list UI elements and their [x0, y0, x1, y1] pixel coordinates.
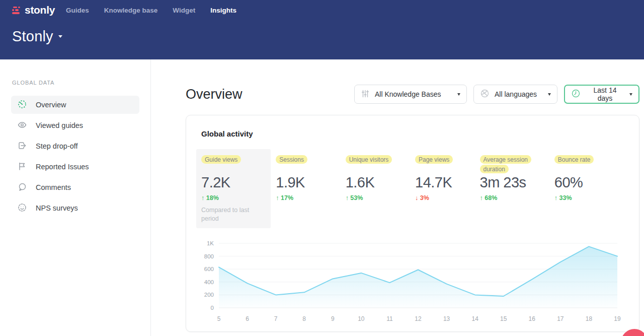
stonly-logo-icon — [12, 6, 21, 15]
svg-text:800: 800 — [204, 253, 214, 259]
top-header: stonly Guides Knowledge base Widget Insi… — [0, 0, 644, 59]
main-nav: stonly Guides Knowledge base Widget Insi… — [0, 0, 644, 20]
chevron-down-icon — [629, 93, 632, 96]
metric-delta: ↑ 18% — [201, 194, 266, 201]
metric-avg-session-duration[interactable]: Average session duration 3m 23s ↑ 68% — [475, 149, 549, 228]
languages-dropdown[interactable]: All languages — [473, 85, 557, 104]
page-header: Overview All Knowledge Bases — [186, 85, 639, 104]
svg-text:9: 9 — [331, 315, 335, 322]
metric-delta: ↑ 33% — [554, 194, 619, 201]
sidebar-item-comments[interactable]: Comments — [11, 178, 139, 196]
svg-text:1K: 1K — [207, 240, 214, 246]
area-chart: 1K80060040020005678910111213141516171819 — [199, 236, 622, 326]
sidebar-item-label: Step drop-off — [36, 142, 78, 150]
metric-delta: ↓ 3% — [415, 194, 470, 201]
svg-text:5: 5 — [217, 315, 221, 322]
metric-label: Bounce rate — [554, 155, 594, 164]
svg-text:0: 0 — [211, 305, 214, 311]
metric-label: Sessions — [276, 155, 307, 164]
svg-text:11: 11 — [386, 315, 393, 322]
svg-text:7: 7 — [274, 315, 278, 322]
trend-arrow-icon: ↑ — [346, 194, 349, 201]
svg-text:200: 200 — [204, 292, 214, 298]
sidebar-item-overview[interactable]: Overview — [11, 96, 139, 114]
sidebar-item-label: Comments — [36, 183, 71, 191]
nav-item-widget[interactable]: Widget — [173, 7, 195, 14]
metric-delta: ↑ 53% — [346, 194, 405, 201]
comment-icon — [17, 182, 27, 193]
eye-icon — [17, 120, 27, 131]
stonly-logo[interactable]: stonly — [12, 4, 55, 16]
sidebar-item-label: Overview — [36, 101, 66, 109]
svg-text:400: 400 — [204, 279, 214, 285]
page-title: Overview — [186, 87, 243, 102]
metric-value: 3m 23s — [480, 174, 544, 191]
svg-text:15: 15 — [500, 315, 507, 322]
svg-text:16: 16 — [529, 315, 536, 322]
svg-text:17: 17 — [557, 315, 564, 322]
metric-guide-views[interactable]: Guide views 7.2K ↑ 18% Compared to last … — [196, 149, 271, 228]
chevron-down-icon — [457, 93, 460, 96]
trend-arrow-icon: ↓ — [415, 194, 418, 201]
metric-label: Unique visitors — [346, 155, 392, 164]
metric-value: 14.7K — [415, 174, 470, 191]
svg-text:600: 600 — [204, 266, 214, 272]
sidebar-item-label: Reported Issues — [36, 163, 89, 171]
sidebar-item-step-drop-off[interactable]: Step drop-off — [11, 137, 139, 155]
svg-text:8: 8 — [302, 315, 306, 322]
chevron-down-icon — [548, 93, 551, 96]
metric-label: Page views — [415, 155, 453, 164]
page-body: GLOBAL DATA Overview Viewed guides — [0, 59, 644, 336]
metric-delta: ↑ 68% — [480, 194, 544, 201]
gauge-icon — [17, 99, 27, 111]
sidebar-item-viewed-guides[interactable]: Viewed guides — [11, 116, 139, 135]
smiley-icon — [17, 203, 27, 214]
metric-unique-visitors[interactable]: Unique visitors 1.6K ↑ 53% — [341, 149, 410, 228]
flag-icon — [17, 161, 27, 173]
svg-text:10: 10 — [358, 315, 365, 322]
activity-chart: 1K80060040020005678910111213141516171819 — [199, 236, 624, 328]
knowledge-bases-dropdown[interactable]: All Knowledge Bases — [354, 85, 467, 104]
workspace-selector[interactable]: Stonly — [0, 20, 644, 45]
metric-value: 1.6K — [346, 174, 405, 191]
sidebar-item-reported-issues[interactable]: Reported Issues — [11, 158, 139, 176]
metric-label: Average session duration — [480, 155, 532, 173]
svg-text:6: 6 — [246, 315, 249, 322]
workspace-title: Stonly — [12, 28, 53, 45]
metrics-row: Guide views 7.2K ↑ 18% Compared to last … — [196, 149, 624, 228]
nav-item-guides[interactable]: Guides — [66, 7, 89, 14]
global-activity-card: Global activity Guide views 7.2K ↑ 18% C… — [186, 115, 639, 332]
metric-note: Compared to last period — [201, 206, 253, 223]
metric-label: Guide views — [201, 155, 241, 164]
logo-text: stonly — [25, 4, 55, 16]
globe-icon — [480, 89, 490, 100]
sidebar: GLOBAL DATA Overview Viewed guides — [0, 59, 151, 336]
clock-icon — [571, 89, 581, 100]
chevron-down-icon — [58, 35, 62, 38]
trend-arrow-icon: ↑ — [480, 194, 483, 201]
filters: All Knowledge Bases All languages — [354, 85, 639, 104]
date-range-dropdown[interactable]: Last 14 days — [564, 85, 639, 104]
trend-arrow-icon: ↑ — [201, 194, 204, 201]
svg-text:18: 18 — [586, 315, 593, 322]
svg-text:19: 19 — [614, 315, 621, 322]
date-range-dropdown-value: Last 14 days — [586, 86, 624, 102]
card-title: Global activity — [201, 129, 624, 138]
metric-page-views[interactable]: Page views 14.7K ↓ 3% — [410, 149, 475, 228]
nav-items: Guides Knowledge base Widget Insights — [66, 7, 236, 14]
sidebar-item-label: NPS surveys — [36, 204, 78, 212]
nav-item-knowledge-base[interactable]: Knowledge base — [104, 7, 158, 14]
sidebar-item-nps-surveys[interactable]: NPS surveys — [11, 199, 139, 217]
languages-dropdown-value: All languages — [495, 90, 537, 98]
sidebar-item-label: Viewed guides — [36, 121, 83, 129]
svg-text:12: 12 — [415, 315, 422, 322]
svg-text:13: 13 — [443, 315, 450, 322]
metric-delta: ↑ 17% — [276, 194, 335, 201]
metric-bounce-rate[interactable]: Bounce rate 60% ↑ 33% — [549, 149, 624, 228]
trend-arrow-icon: ↑ — [554, 194, 557, 201]
step-dropoff-icon — [17, 141, 27, 152]
main-content: Overview All Knowledge Bases — [151, 59, 644, 336]
metric-sessions[interactable]: Sessions 1.9K ↑ 17% — [271, 149, 340, 228]
nav-item-insights[interactable]: Insights — [210, 7, 236, 14]
svg-text:14: 14 — [471, 315, 478, 322]
